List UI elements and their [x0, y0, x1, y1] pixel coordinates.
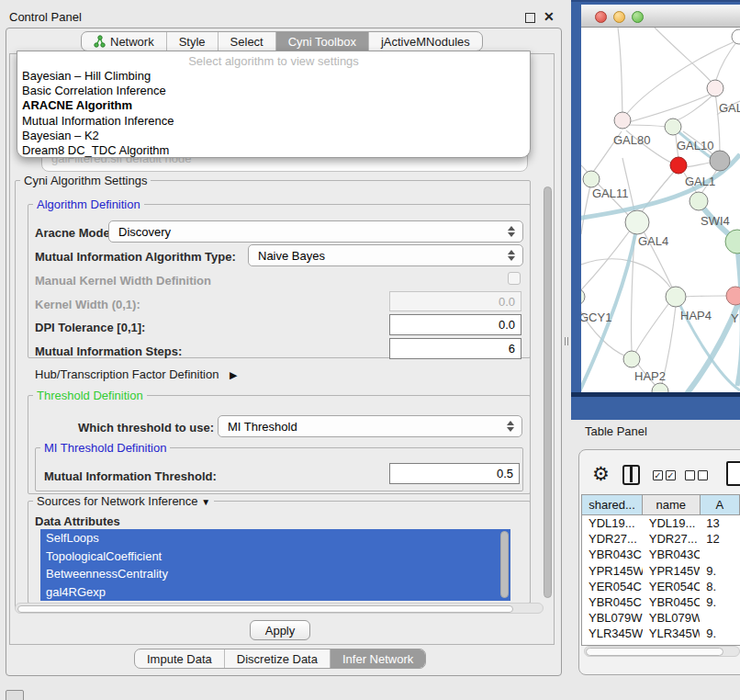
network-window-titlebar[interactable]	[581, 5, 740, 28]
attribute-item[interactable]: SelfLoops	[40, 529, 510, 548]
node-label: Y	[731, 311, 739, 325]
kernel-width-label: Kernel Width (0,1):	[35, 298, 140, 311]
minimize-traffic-light[interactable]	[613, 11, 625, 23]
table-cell: 9.	[700, 594, 740, 610]
network-window-frame-edge	[571, 0, 740, 2]
attribute-item[interactable]: gal4RGexp	[40, 583, 510, 602]
network-node[interactable]	[583, 171, 600, 187]
attribute-item[interactable]: TopologicalCoefficient	[40, 548, 510, 566]
algorithm-item[interactable]: Bayesian – Hill Climbing	[21, 69, 526, 84]
node-table[interactable]: shared...nameA YDL19...YDL19...13YDR27..…	[581, 494, 740, 646]
settings-horizontal-scrollbar[interactable]	[15, 603, 544, 614]
network-edge	[618, 28, 622, 115]
close-icon[interactable]: ✕	[544, 9, 555, 24]
close-traffic-light[interactable]	[595, 11, 607, 23]
kernel-width-field[interactable]: 0.0	[389, 291, 521, 311]
chevron-down-icon: ▼	[201, 497, 210, 507]
algorithm-item[interactable]: Bayesian – K2	[21, 129, 526, 143]
mi-threshold-group-title: MI Threshold Definition	[40, 441, 170, 455]
mi-threshold-label: Mutual Information Threshold:	[44, 469, 217, 483]
settings-group-title: Cyni Algorithm Settings	[20, 174, 151, 187]
mi-type-combo[interactable]: Naive Bayes	[248, 244, 523, 266]
network-edge	[629, 125, 667, 127]
attributes-list-scrollbar[interactable]	[500, 531, 509, 598]
network-edge	[635, 304, 668, 353]
select-all-checks-icon[interactable]: ✓✓	[653, 470, 676, 480]
sources-group-title[interactable]: Sources for Network Inference ▼	[33, 494, 214, 508]
tab-cyni-toolbox[interactable]: Cyni Toolbox	[275, 32, 368, 51]
document-icon[interactable]	[726, 461, 740, 486]
table-row[interactable]: YLR345WYLR345W9.	[582, 626, 740, 641]
table-cell: 9.	[700, 626, 740, 641]
manual-kernel-checkbox[interactable]	[508, 272, 521, 285]
hub-definition-label: Hub/Transcription Factor Definition	[35, 367, 219, 381]
aracne-mode-combo[interactable]: Discovery	[108, 220, 523, 243]
tab-network[interactable]: Network	[82, 32, 166, 51]
network-edge	[685, 296, 726, 297]
settings-vertical-scrollbar[interactable]	[544, 186, 552, 598]
table-cell: 12	[700, 531, 740, 547]
network-node[interactable]	[625, 210, 649, 234]
float-icon[interactable]	[525, 13, 535, 23]
columns-icon[interactable]	[622, 465, 640, 485]
tab-label: Impute Data	[147, 652, 212, 666]
application-window: Control Panel ✕ NetworkStyleSelectCyni T…	[0, 0, 740, 700]
tab-jactivemnodules[interactable]: jActiveMNodules	[368, 32, 482, 51]
tab-impute-data[interactable]: Impute Data	[135, 649, 224, 668]
tab-label: Network	[110, 35, 154, 49]
column-header[interactable]: shared...	[582, 495, 643, 514]
tab-label: Infer Network	[342, 652, 413, 666]
table-row[interactable]: YBR043CYBR043C	[582, 547, 740, 562]
minimized-panel-icon[interactable]	[6, 690, 24, 700]
which-threshold-combo[interactable]: MI Threshold	[218, 415, 522, 437]
panel-divider-handle[interactable]	[565, 337, 568, 345]
network-node[interactable]	[710, 151, 730, 171]
dpi-tolerance-field[interactable]: 0.0	[389, 314, 521, 335]
network-node[interactable]	[670, 157, 687, 174]
mi-type-value: Naive Bayes	[258, 249, 325, 263]
table-horizontal-scrollbar-thumb[interactable]	[586, 648, 723, 656]
attribute-item[interactable]: BetweennessCentrality	[40, 565, 510, 583]
table-row[interactable]: YBR045CYBR045C9.	[582, 594, 740, 610]
table-row[interactable]: YDR27...YDR27...12	[582, 531, 740, 547]
network-node[interactable]	[665, 119, 681, 135]
node-label: GAL11	[592, 186, 629, 200]
table-row[interactable]: YDL19...YDL19...13	[582, 515, 740, 531]
mi-steps-field[interactable]: 6	[389, 338, 521, 359]
algorithm-dropdown-popup: Select algorithm to view settings Bayesi…	[17, 51, 531, 158]
node-label: GAL4	[638, 234, 668, 248]
algorithm-dropdown-placeholder: Select algorithm to view settings	[17, 54, 530, 68]
tab-infer-network[interactable]: Infer Network	[330, 649, 425, 668]
network-canvas[interactable]: GALGAL80GAL10GAL1GAL11SWI4GAL4GCY1HAP4YH…	[581, 28, 740, 392]
column-header[interactable]: A	[701, 495, 740, 514]
spinner-icon	[507, 249, 515, 262]
algorithm-item[interactable]: ARACNE Algorithm	[21, 98, 526, 113]
network-node[interactable]	[623, 351, 640, 367]
column-header[interactable]: name	[643, 495, 701, 514]
mi-threshold-field[interactable]: 0.5	[389, 463, 520, 484]
table-row[interactable]: YBL079WYBL079W	[582, 610, 740, 626]
network-node[interactable]	[614, 112, 631, 129]
tab-style[interactable]: Style	[166, 32, 218, 51]
tab-select[interactable]: Select	[218, 32, 275, 51]
algorithm-item[interactable]: Basic Correlation Inference	[21, 84, 526, 98]
table-cell: YPR145W	[582, 563, 643, 579]
deselect-all-checks-icon[interactable]	[685, 470, 708, 480]
table-row[interactable]: YER054CYER054C8.	[582, 579, 740, 594]
gear-icon[interactable]: ⚙	[592, 463, 610, 485]
table-cell: YER054C	[582, 579, 643, 594]
table-row[interactable]: YPR145WYPR145W9.	[582, 563, 740, 579]
network-node[interactable]	[690, 192, 708, 210]
apply-button[interactable]: Apply	[250, 620, 310, 640]
hub-definition-toggle[interactable]: Hub/Transcription Factor Definition ▶	[35, 367, 237, 381]
network-node[interactable]	[707, 80, 723, 96]
algorithm-item[interactable]: Mutual Information Inference	[21, 114, 526, 129]
tab-discretize-data[interactable]: Discretize Data	[224, 649, 330, 668]
network-node[interactable]	[726, 287, 740, 305]
table-panel-title: Table Panel	[585, 424, 647, 438]
network-node[interactable]	[581, 288, 585, 305]
algorithm-item[interactable]: Dream8 DC_TDC Algorithm	[21, 143, 526, 158]
zoom-traffic-light[interactable]	[632, 11, 644, 23]
node-label: GAL80	[613, 133, 650, 147]
network-node[interactable]	[666, 287, 686, 307]
